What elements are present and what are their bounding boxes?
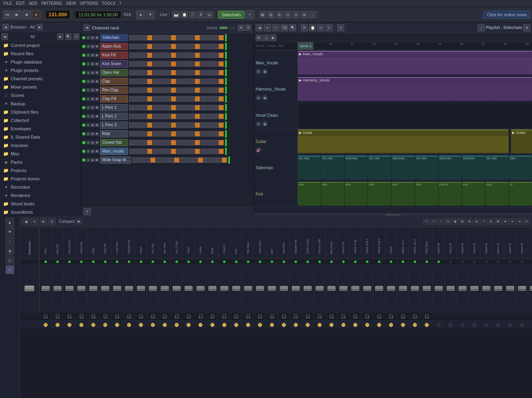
menu-tools[interactable]: TOOLS (100, 1, 117, 6)
cr-solo-8[interactable]: ◉ (91, 106, 94, 110)
mixer-ch-32[interactable]: Noise..wn 2 (409, 227, 421, 259)
menu-patterns[interactable]: PATTERNS (39, 1, 64, 6)
cr-pad-11-5[interactable] (159, 131, 164, 137)
mx-hp-30[interactable]: 🎧 (385, 312, 397, 321)
cr-channel-14[interactable]: ● ◉ ⏺ Wide Snap M... (81, 156, 254, 164)
mixer-settings-icon[interactable]: ⊞ (40, 218, 47, 225)
cr-pad-10-8[interactable] (177, 122, 182, 128)
mx-icon-7[interactable]: ⊗ (466, 218, 472, 225)
kick-clip-1[interactable]: Kick (298, 182, 321, 206)
mixer-compact-btn[interactable]: C (6, 265, 14, 274)
mixer-ch-5[interactable]: Clap (87, 227, 99, 259)
cr-pad-12-5[interactable] (159, 140, 164, 145)
mx-icon-8[interactable]: ⊕ (473, 218, 480, 225)
mixer-ch-9[interactable]: Vocal (135, 227, 147, 259)
cr-rec-3[interactable]: ⏺ (95, 62, 99, 66)
mixer-ch-25[interactable]: Big Snare (326, 227, 337, 259)
stop-btn[interactable]: ■ (22, 10, 31, 19)
mx-circle-cell-22[interactable] (290, 321, 302, 328)
cr-channel-11[interactable]: ● ◉ ⏺ Ride (81, 129, 254, 138)
sidechain-clip-8[interactable]: Sidechain (462, 156, 485, 180)
cr-pad-1-5[interactable] (159, 44, 164, 49)
cr-solo-10[interactable]: ◉ (91, 123, 94, 127)
mx-fader-5[interactable] (89, 286, 97, 291)
cr-pad-2-10[interactable] (189, 52, 194, 58)
cr-pad-11-4[interactable] (153, 131, 158, 137)
cr-pad-2-13[interactable] (206, 52, 212, 58)
sidebar-item-projects-bones[interactable]: 📁 Projects bones (0, 175, 81, 183)
mixer-nav-up[interactable]: ▲ (6, 218, 14, 226)
cr-pad-13-9[interactable] (183, 149, 188, 154)
cr-name-8[interactable]: L Perc 1 (100, 104, 128, 111)
cr-pad-8-6[interactable] (165, 105, 170, 110)
cr-mute-13[interactable]: ● (86, 149, 90, 153)
mx-dot-cell-5[interactable] (87, 259, 99, 264)
cr-pad-5-9[interactable] (183, 79, 188, 84)
mixer-btn-2[interactable]: ◈ (6, 246, 14, 255)
sidebar-item-projects[interactable]: 📁 Projects (0, 166, 81, 175)
cr-channel-13[interactable]: ● ◉ ⏺ Main_vocals (81, 147, 254, 156)
mixer-ch-36[interactable]: Insert 40 (457, 227, 468, 259)
mixer-play-icon[interactable]: ≡ (31, 218, 38, 225)
kick-clip-10[interactable]: Ki.. (509, 182, 532, 206)
mx-circle-cell-10[interactable] (147, 321, 159, 328)
clip-guitar-2[interactable]: ▶ Guitar (511, 129, 532, 153)
mx-circle-cell-13[interactable] (183, 321, 195, 328)
cr-pad-12-15[interactable] (218, 140, 224, 145)
cr-pad-12-11[interactable] (195, 140, 200, 145)
mx-dot-cell-31[interactable] (397, 259, 409, 264)
cr-pad-10-2[interactable] (141, 122, 146, 128)
mx-dot-cell-17[interactable] (230, 259, 242, 264)
cr-led-0[interactable] (82, 36, 85, 39)
cr-channel-12[interactable]: ● ◉ ⏺ Closed Hat (81, 138, 254, 147)
cr-pad-3-13[interactable] (206, 61, 212, 67)
mx-circle-cell-39[interactable] (492, 321, 504, 328)
mx-fader-30[interactable] (387, 286, 395, 291)
mx-hp-12[interactable]: 🎧 (171, 312, 183, 321)
mx-circle-cell-8[interactable] (123, 321, 135, 328)
cr-pad-3-1[interactable] (135, 61, 141, 67)
cr-pad-2-11[interactable] (195, 52, 200, 58)
cr-rec-7[interactable]: ⏺ (95, 97, 99, 101)
mx-hp-32[interactable]: 🎧 (409, 312, 421, 321)
cr-pad-1-12[interactable] (200, 44, 206, 49)
cr-pad-0-14[interactable] (212, 35, 218, 41)
mx-icon-15[interactable]: ⊳ (523, 218, 530, 225)
mx-fader-36[interactable] (459, 286, 466, 291)
track-mute-btn[interactable]: ● (256, 69, 261, 74)
cr-rec-9[interactable]: ⏺ (95, 114, 99, 118)
channel-rack-icon[interactable]: 🎹 (172, 11, 179, 18)
cr-pad-8-15[interactable] (218, 105, 224, 110)
mx-fader-15[interactable] (208, 286, 216, 291)
mixer-ch-3[interactable]: Kick Snare (64, 227, 75, 259)
pl-paste[interactable]: 📋 (309, 24, 316, 31)
mx-hp-21[interactable]: 🎧 (278, 312, 290, 321)
cr-pad-3-15[interactable] (218, 61, 224, 67)
mx-fader-37[interactable] (470, 286, 478, 291)
cr-led-4[interactable] (82, 71, 85, 74)
mx-dot-cell-11[interactable] (159, 259, 171, 264)
cr-pad-13-10[interactable] (189, 149, 194, 154)
cr-pad-6-6[interactable] (165, 87, 170, 93)
kick-clip-5[interactable]: Kick (391, 182, 414, 206)
track-solo-btn-vc[interactable]: ◉ (262, 121, 268, 127)
cr-pad-11-7[interactable] (171, 131, 176, 137)
cr-pad-9-8[interactable] (177, 114, 182, 119)
cr-nav-left[interactable]: ◀ (84, 25, 90, 31)
cr-pad-12-7[interactable] (171, 140, 176, 145)
sidechain-clip-3[interactable]: Sidechain (345, 156, 368, 180)
cr-channel-6[interactable]: ● ◉ ⏺ Rev Clap (81, 86, 254, 95)
mx-icon-1[interactable]: ⊂ (423, 218, 430, 225)
cr-mute-2[interactable]: ● (86, 53, 90, 57)
sidebar-item-plugin-presets[interactable]: ✦ Plugin presets (0, 66, 81, 75)
sidechain-plus[interactable]: + (245, 10, 254, 19)
cr-pad-3-6[interactable] (165, 61, 170, 67)
mx-fader-33[interactable] (423, 286, 431, 291)
mixer-ch-10[interactable]: Voc. Dly (147, 227, 159, 259)
mixer-ch-30[interactable]: Crash (385, 227, 397, 259)
mx-hp-3[interactable]: 🎧 (64, 312, 75, 321)
cr-pad-7-2[interactable] (141, 96, 146, 102)
mx-dot-cell-18[interactable] (242, 259, 254, 264)
mx-hp-4[interactable]: 🎧 (75, 312, 87, 321)
mx-fader-19[interactable] (256, 286, 264, 291)
